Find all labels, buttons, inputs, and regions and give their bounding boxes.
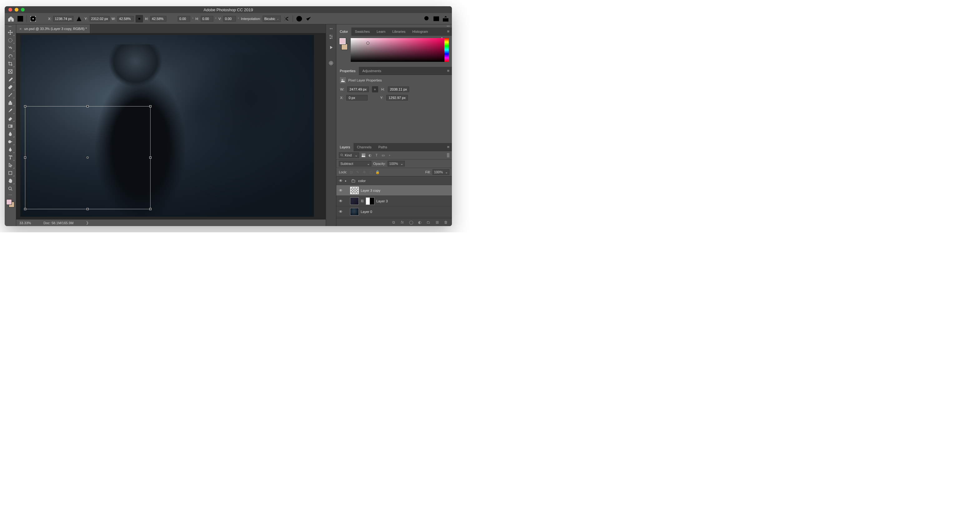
layer-name[interactable]: color <box>358 179 366 183</box>
transform-handle[interactable] <box>149 156 151 159</box>
transform-bounding-box[interactable] <box>25 106 151 209</box>
actions-icon[interactable] <box>328 45 334 51</box>
prop-x-input[interactable]: 0 px <box>346 95 368 100</box>
prop-w-input[interactable]: 2477.49 px <box>347 86 369 92</box>
link-layers-icon[interactable]: ⧉ <box>391 220 396 224</box>
maximize-window-button[interactable] <box>21 8 25 11</box>
workspace-icon[interactable] <box>433 15 440 22</box>
color-swatch-pair[interactable] <box>339 38 348 50</box>
delta-icon[interactable] <box>75 15 83 22</box>
tab-color[interactable]: Color <box>336 27 352 36</box>
fill-input[interactable]: 100%⌄ <box>433 169 449 175</box>
transform-handle[interactable] <box>24 156 26 159</box>
warp-icon[interactable] <box>283 15 290 22</box>
layer-thumb[interactable] <box>350 197 359 205</box>
canvas[interactable] <box>20 35 314 217</box>
tab-layers[interactable]: Layers <box>336 143 353 151</box>
search-icon[interactable] <box>423 15 431 22</box>
doc-size[interactable]: Doc: 58.1M/165.9M <box>43 221 73 225</box>
h-input[interactable]: 42.58% <box>150 16 167 22</box>
lock-all-icon[interactable]: 🔒 <box>375 170 380 175</box>
transform-tool-icon[interactable] <box>17 15 24 22</box>
zoom-level[interactable]: 33.33% <box>19 221 31 225</box>
close-window-button[interactable] <box>8 8 12 11</box>
filter-shape-icon[interactable]: ▭ <box>381 153 385 158</box>
crop-tool[interactable] <box>6 60 15 67</box>
type-tool[interactable] <box>6 154 15 161</box>
transform-handle[interactable] <box>149 208 151 210</box>
quick-select-tool[interactable] <box>6 52 15 60</box>
angle-input[interactable]: 0.00 <box>178 16 190 22</box>
gradient-tool[interactable] <box>6 123 15 130</box>
tab-histogram[interactable]: Histogram <box>409 27 431 36</box>
hue-strip[interactable] <box>444 38 449 62</box>
prop-h-input[interactable]: 2038.11 px <box>388 86 409 92</box>
hskew-input[interactable]: 0.00 <box>201 16 213 22</box>
layer-row[interactable]: 👁 Layer 3 copy <box>336 185 452 196</box>
tab-adjustments[interactable]: Adjustments <box>359 67 385 75</box>
panels-handle[interactable]: ▸▸ <box>336 24 452 27</box>
layer-name[interactable]: Layer 3 <box>376 199 388 203</box>
reference-point-icon[interactable] <box>29 15 37 22</box>
visibility-icon[interactable]: 👁 <box>338 199 343 203</box>
transform-handle[interactable] <box>24 105 26 107</box>
transform-handle[interactable] <box>24 208 26 210</box>
edit-toolbar-button[interactable]: ⋯ <box>6 193 15 197</box>
lock-artboard-icon[interactable]: ▢ <box>369 170 373 175</box>
new-layer-icon[interactable]: ⊞ <box>435 220 439 224</box>
tab-paths[interactable]: Paths <box>375 143 391 151</box>
status-flyout-icon[interactable]: ❯ <box>86 221 89 225</box>
tab-learn[interactable]: Learn <box>373 27 389 36</box>
mask-link-icon[interactable]: ⛓ <box>361 199 364 203</box>
tab-libraries[interactable]: Libraries <box>389 27 409 36</box>
y-input[interactable]: 2312.02 px <box>90 16 110 22</box>
layer-filter-select[interactable]: Kind⌄ <box>339 153 359 158</box>
marquee-tool[interactable] <box>6 37 15 44</box>
transform-handle[interactable] <box>86 208 89 210</box>
brush-settings-icon[interactable] <box>328 34 334 40</box>
filter-adjust-icon[interactable]: ◐ <box>368 153 372 158</box>
transform-center[interactable] <box>86 156 89 159</box>
prop-y-input[interactable]: 1292.97 px <box>386 95 407 100</box>
history-brush-tool[interactable] <box>6 107 15 114</box>
filter-pixel-icon[interactable] <box>361 153 366 158</box>
move-tool[interactable] <box>6 29 15 36</box>
layer-row[interactable]: 👁 ⛓ Layer 3 <box>336 196 452 207</box>
color-field[interactable] <box>351 38 444 62</box>
visibility-icon[interactable]: 👁 <box>338 210 343 214</box>
link-wh-icon[interactable] <box>135 15 143 22</box>
group-icon[interactable]: 🗀 <box>426 220 431 224</box>
minimize-window-button[interactable] <box>15 8 18 11</box>
vskew-input[interactable]: 0.00 <box>223 16 236 22</box>
visibility-icon[interactable]: 👁 <box>338 188 343 193</box>
canvas-viewport[interactable] <box>16 33 326 219</box>
tab-properties[interactable]: Properties <box>336 67 359 75</box>
filter-toggle-icon[interactable] <box>447 153 449 158</box>
toolbox-handle[interactable]: ▸▸ <box>5 24 16 28</box>
panel-menu-icon[interactable]: ≡ <box>444 68 452 73</box>
cancel-transform-icon[interactable] <box>296 15 303 22</box>
color-swatches[interactable] <box>6 199 14 207</box>
eraser-tool[interactable] <box>6 115 15 122</box>
navigator-icon[interactable] <box>328 60 334 66</box>
link-wh-icon[interactable] <box>372 86 378 92</box>
hand-tool[interactable] <box>6 177 15 185</box>
layer-thumb[interactable] <box>350 187 359 194</box>
panel-menu-icon[interactable]: ≡ <box>444 29 452 34</box>
dock-handle[interactable]: ◂◂ <box>329 27 332 29</box>
layer-row[interactable]: 👁 ▸ 🗀 color <box>336 177 452 185</box>
filter-type-icon[interactable]: T <box>374 153 379 158</box>
x-input[interactable]: 1238.74 px <box>53 16 73 22</box>
pen-tool[interactable] <box>6 146 15 153</box>
mask-icon[interactable]: ◯ <box>409 220 413 224</box>
filter-smart-icon[interactable]: ▫ <box>387 153 392 158</box>
blur-tool[interactable] <box>6 130 15 138</box>
layer-thumb[interactable] <box>350 208 359 215</box>
interp-select[interactable]: Bicubic⌄ <box>262 16 280 22</box>
close-tab-icon[interactable]: × <box>19 27 22 31</box>
delete-layer-icon[interactable]: 🗑 <box>444 220 448 224</box>
lock-transparent-icon[interactable]: ▨ <box>349 170 353 175</box>
transform-handle[interactable] <box>86 105 89 107</box>
tab-channels[interactable]: Channels <box>353 143 375 151</box>
document-tab[interactable]: × un.psd @ 33.3% (Layer 3 copy, RGB/8) * <box>16 24 90 33</box>
